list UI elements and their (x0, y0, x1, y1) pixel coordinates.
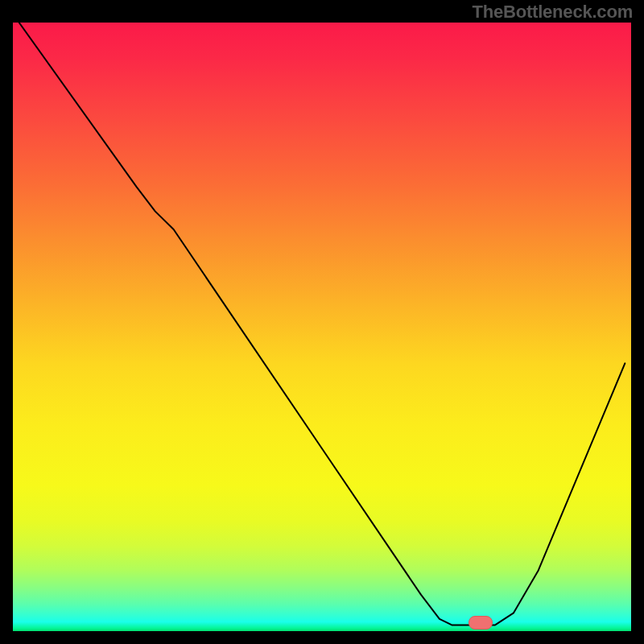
plot-area (13, 23, 631, 631)
curve-layer (13, 23, 631, 631)
minimum-marker (469, 616, 493, 630)
curve-path (19, 23, 625, 625)
watermark-text: TheBottleneck.com (472, 2, 633, 23)
chart-frame: TheBottleneck.com (0, 0, 644, 644)
